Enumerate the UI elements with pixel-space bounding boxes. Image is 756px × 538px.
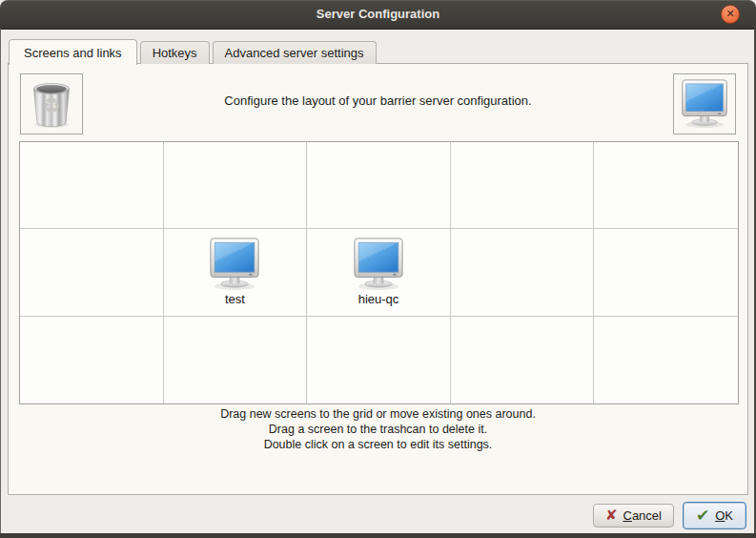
- cancel-button[interactable]: ✘ Cancel: [593, 504, 674, 528]
- tab-label: Advanced server settings: [225, 46, 364, 60]
- grid-cell[interactable]: [451, 142, 595, 229]
- tab-hotkeys[interactable]: Hotkeys: [140, 41, 210, 64]
- screens-and-links-panel: Configure the layout of your barrier ser…: [8, 63, 748, 495]
- server-configuration-window: Server Configuration ✕ Screens and links…: [0, 0, 756, 538]
- grid-cell[interactable]: [594, 142, 738, 229]
- screen-name: hieu-qc: [358, 292, 399, 306]
- cancel-button-label: Cancel: [623, 508, 661, 523]
- window-border-bottom: [0, 533, 756, 538]
- new-screen-source[interactable]: [673, 73, 736, 134]
- grid-cell[interactable]: [451, 229, 595, 316]
- tab-label: Hotkeys: [153, 46, 197, 60]
- ok-button-label: OK: [715, 508, 733, 523]
- grid-cell[interactable]: [20, 317, 164, 404]
- instruction-line: Double click on a screen to edit its set…: [9, 437, 747, 452]
- close-icon: ✕: [722, 6, 739, 23]
- screen-item-test[interactable]: test: [204, 238, 265, 306]
- grid-cell[interactable]: [594, 229, 738, 316]
- panel-header-text: Configure the layout of your barrier ser…: [9, 93, 747, 108]
- ok-button[interactable]: ✔ OK: [683, 502, 746, 529]
- window-border-left: [0, 29, 1, 538]
- instructions-text: Drag new screens to the grid or move exi…: [9, 406, 747, 452]
- titlebar[interactable]: Server Configuration ✕: [0, 0, 756, 30]
- monitor-icon: [348, 238, 409, 291]
- cancel-x-icon: ✘: [605, 508, 618, 523]
- grid-cell[interactable]: [164, 317, 308, 404]
- screen-item-hieu-qc[interactable]: hieu-qc: [348, 238, 409, 306]
- grid-cell[interactable]: [451, 317, 595, 404]
- instruction-line: Drag a screen to the trashcan to delete …: [9, 422, 747, 437]
- grid-cell[interactable]: [20, 229, 164, 316]
- tab-advanced-server-settings[interactable]: Advanced server settings: [213, 41, 377, 64]
- window-title: Server Configuration: [0, 0, 756, 29]
- tab-bar: Screens and links Hotkeys Advanced serve…: [9, 39, 379, 64]
- tab-screens-and-links[interactable]: Screens and links: [9, 39, 137, 65]
- grid-cell[interactable]: test: [164, 229, 308, 316]
- grid-cell[interactable]: [307, 317, 451, 404]
- monitor-icon: [677, 79, 732, 129]
- monitor-icon: [204, 238, 265, 291]
- close-button[interactable]: ✕: [721, 5, 740, 24]
- screen-grid: test hieu-qc: [19, 141, 739, 404]
- grid-cell[interactable]: hieu-qc: [307, 229, 451, 316]
- ok-check-icon: ✔: [696, 507, 709, 524]
- tab-label: Screens and links: [24, 46, 122, 60]
- grid-cell[interactable]: [307, 142, 451, 229]
- dialog-button-row: ✘ Cancel ✔ OK: [593, 502, 746, 529]
- screen-name: test: [225, 292, 245, 306]
- grid-cell[interactable]: [164, 142, 308, 229]
- grid-cell[interactable]: [594, 317, 738, 404]
- instruction-line: Drag new screens to the grid or move exi…: [9, 406, 747, 422]
- grid-cell[interactable]: [20, 142, 164, 229]
